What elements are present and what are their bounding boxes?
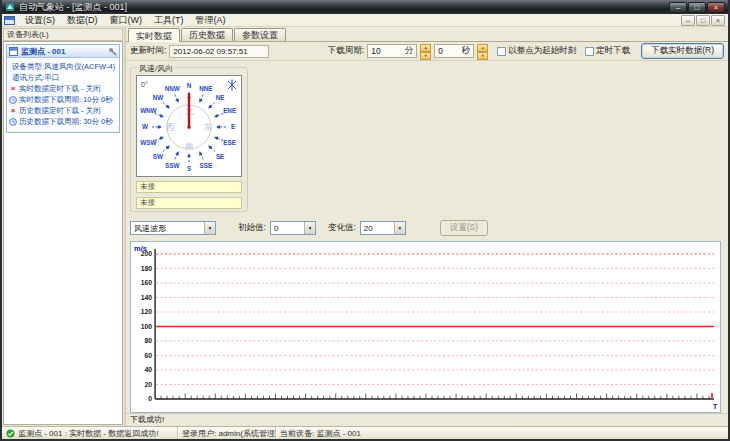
y-tick-label: 200 xyxy=(141,250,153,257)
seconds-up-icon[interactable]: ▲ xyxy=(477,44,488,52)
initial-value-select[interactable]: 0 ▼ xyxy=(270,221,316,235)
change-dropdown-icon[interactable]: ▼ xyxy=(394,222,405,234)
y-tick-label: 80 xyxy=(144,337,152,344)
mdi-restore-icon[interactable]: □ xyxy=(696,15,710,26)
y-tick-label: 40 xyxy=(144,366,152,373)
compass-cardinal-cn: 东 xyxy=(204,122,213,132)
update-time-value: 2012-06-02 09:57:51 xyxy=(169,45,269,58)
minutes-unit: 分 xyxy=(405,45,414,57)
mdi-close-icon[interactable]: × xyxy=(711,15,725,26)
minutes-stepper: ▲ ▼ xyxy=(420,44,431,58)
disabled-cross-icon: × xyxy=(9,84,17,93)
y-tick-label: 0 xyxy=(148,395,152,402)
y-tick-label: 20 xyxy=(144,381,152,388)
seconds-down-icon[interactable]: ▼ xyxy=(477,52,488,60)
device-panel-header[interactable]: 监测点 - 001 xyxy=(7,45,119,58)
app-icon xyxy=(5,2,15,12)
pin-icon[interactable] xyxy=(108,47,117,56)
mdi-minimize-icon[interactable]: – xyxy=(681,15,695,26)
menu-item[interactable]: 设置(S) xyxy=(19,14,61,26)
change-value: 20 xyxy=(361,224,394,233)
device-list: 监测点 - 001 设备类型:风速风向仪(ACFW-4)通讯方式:串口×实时数据… xyxy=(3,41,123,425)
tab-inactive[interactable]: 历史数据 xyxy=(181,28,233,41)
download-realtime-button[interactable]: 下载实时数据(R) xyxy=(641,43,724,59)
compass-dir-ene: ENE xyxy=(223,107,236,114)
x-end-label: T xyxy=(713,402,718,411)
device-status-text: 通讯方式:串口 xyxy=(12,73,59,83)
seconds-stepper: ▲ ▼ xyxy=(477,44,488,58)
wind-speed-chart: m/s020406080100120140160180200T xyxy=(130,241,721,413)
app-window: 自动气象站 - [监测点 - 001] – □ × 设置(S)数据(D)窗口(W… xyxy=(0,0,730,441)
download-period-label: 下载周期: xyxy=(328,45,364,57)
start-on-hour-label: 以整点为起始时刻 xyxy=(508,45,576,57)
compass-dir-ese: ESE xyxy=(223,139,236,146)
compass-dir-s: S xyxy=(187,165,191,172)
statusbar: 监测点 - 001 : 实时数据 - 数据返回成功! 登录用户: admin(系… xyxy=(2,426,728,439)
compass-cardinal-cn: 南 xyxy=(185,141,194,151)
tabbar: 实时数据历史数据参数设置 xyxy=(126,27,728,42)
y-tick-label: 160 xyxy=(141,279,153,286)
compass-dir-sw: SW xyxy=(153,153,163,160)
mdi-child-icon[interactable] xyxy=(4,16,15,25)
close-icon[interactable]: × xyxy=(707,2,725,13)
compass-dir-nne: NNE xyxy=(199,85,212,92)
device-status-line: 历史数据下载周期: 30分 0秒 xyxy=(9,116,118,127)
update-time-label: 更新时间: xyxy=(130,45,166,57)
compass-dir-ne: NE xyxy=(216,94,225,101)
chart-svg: m/s020406080100120140160180200T xyxy=(131,242,720,412)
minutes-up-icon[interactable]: ▲ xyxy=(420,44,431,52)
download-status-text: 下载成功! xyxy=(126,413,728,426)
change-value-select[interactable]: 20 ▼ xyxy=(360,221,406,235)
minutes-field[interactable]: 10 分 xyxy=(367,44,417,58)
compass-dir-se: SE xyxy=(216,153,224,160)
device-status-line: ×实时数据定时下载 - 关闭 xyxy=(9,83,118,94)
compass-dir-nw: NW xyxy=(153,94,164,101)
y-tick-label: 120 xyxy=(141,308,153,315)
compass-dir-wnw: WNW xyxy=(140,107,156,114)
tab-active[interactable]: 实时数据 xyxy=(128,28,180,42)
wind-speed-status: 未接 xyxy=(136,181,242,193)
wind-group-title: 风速/风向 xyxy=(137,63,175,74)
compass-dir-nnw: NNW xyxy=(165,85,180,92)
main-panel: 实时数据历史数据参数设置 更新时间: 2012-06-02 09:57:51 下… xyxy=(126,27,728,426)
seconds-field[interactable]: 0 秒 xyxy=(434,44,474,58)
waveform-dropdown-icon[interactable]: ▼ xyxy=(204,222,215,234)
start-on-hour-checkbox[interactable] xyxy=(497,47,506,56)
device-status-list: 设备类型:风速风向仪(ACFW-4)通讯方式:串口×实时数据定时下载 - 关闭实… xyxy=(7,58,119,132)
menu-item[interactable]: 窗口(W) xyxy=(104,14,149,26)
restore-icon[interactable]: □ xyxy=(688,2,706,13)
timed-download-checkbox[interactable] xyxy=(585,47,594,56)
menu-item[interactable]: 数据(D) xyxy=(61,14,104,26)
compass-cardinal-cn: 西 xyxy=(166,122,175,132)
y-tick-label: 140 xyxy=(141,294,153,301)
seconds-value: 0 xyxy=(438,46,443,56)
wind-compass: 0°北南西东NNNENEENEEESESESSESSSWSWWSWWWNWNWN… xyxy=(136,75,242,177)
clock-icon xyxy=(9,118,17,126)
tab-inactive[interactable]: 参数设置 xyxy=(234,28,286,41)
device-status-line: 实时数据下载周期: 10分 0秒 xyxy=(9,94,118,105)
chart-controls: 风速波形 ▼ 初始值: 0 ▼ 变化值: 20 ▼ 设置(S) xyxy=(130,220,724,236)
device-list-header[interactable]: 设备列表(L) xyxy=(3,28,123,41)
y-tick-label: 60 xyxy=(144,352,152,359)
initial-value: 0 xyxy=(271,224,304,233)
minutes-down-icon[interactable]: ▼ xyxy=(420,52,431,60)
menu-item[interactable]: 工具(T) xyxy=(148,14,190,26)
compass-dir-e: E xyxy=(231,123,235,130)
compass-dir-wsw: WSW xyxy=(140,139,156,146)
device-title: 监测点 - 001 xyxy=(21,46,105,57)
initial-dropdown-icon[interactable]: ▼ xyxy=(304,222,315,234)
disabled-cross-icon: × xyxy=(9,106,17,115)
fan-icon xyxy=(228,80,236,91)
settings-button[interactable]: 设置(S) xyxy=(440,220,488,236)
y-tick-label: 180 xyxy=(141,265,153,272)
window-title: 自动气象站 - [监测点 - 001] xyxy=(19,1,665,14)
device-status-text: 实时数据定时下载 - 关闭 xyxy=(19,84,101,94)
seconds-unit: 秒 xyxy=(462,45,471,57)
wind-group-box: 风速/风向 0°北南西东NNNENEENEEESESESSESSSWSWWSWW… xyxy=(130,67,248,212)
compass-dir-ssw: SSW xyxy=(165,162,179,169)
compass-dir-sse: SSE xyxy=(200,162,213,169)
menu-item[interactable]: 管理(A) xyxy=(190,14,232,26)
waveform-select[interactable]: 风速波形 ▼ xyxy=(130,221,216,235)
minimize-icon[interactable]: – xyxy=(669,2,687,13)
menubar: 设置(S)数据(D)窗口(W)工具(T)管理(A) – □ × xyxy=(2,14,728,27)
